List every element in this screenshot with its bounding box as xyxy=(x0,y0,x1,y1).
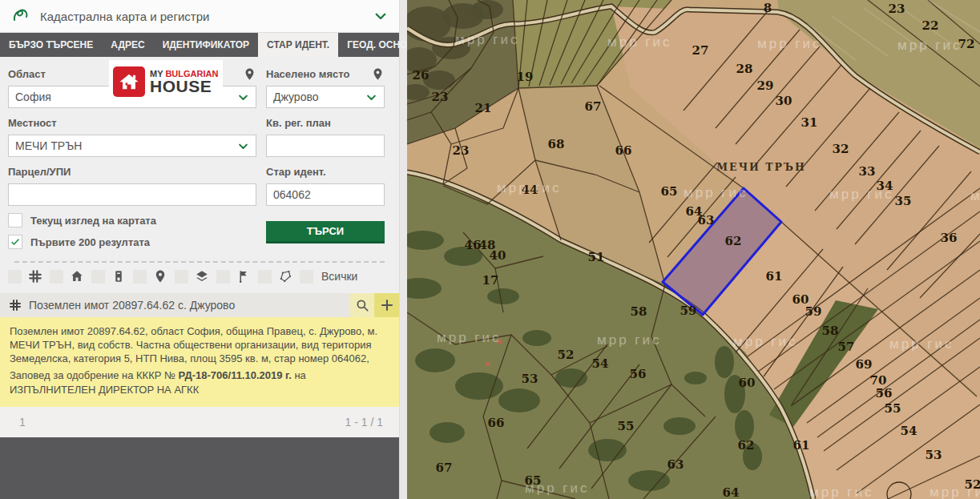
parcel-label-55: 55 xyxy=(618,419,635,433)
flag-icon[interactable] xyxy=(236,269,251,284)
building-roof xyxy=(486,362,490,366)
mestnost-select[interactable]: МЕЧИ ТРЪН xyxy=(8,135,256,157)
checkbox-checked[interactable] xyxy=(8,235,22,249)
result-row[interactable]: Поземлен имот 20897.64.62 с. Джурово xyxy=(0,293,399,317)
parcel-label-53: 53 xyxy=(522,372,538,386)
parcel-label-22: 22 xyxy=(922,18,939,33)
parcel-label-69: 69 xyxy=(856,357,873,372)
watermark-text: мрр гис xyxy=(607,34,672,50)
cadastral-map[interactable]: 2623211986768664423656463626160595946484… xyxy=(407,0,980,499)
page-range: 1 - 1 / 1 xyxy=(345,416,383,429)
layers-layer-checkbox[interactable] xyxy=(175,270,188,284)
parcel-label-68: 68 xyxy=(548,137,565,151)
parcel-label-64: 64 xyxy=(723,485,740,499)
parcel-upi-label: Парцел/УПИ xyxy=(8,166,71,178)
kvregplan-label: Кв. рег. план xyxy=(266,117,331,129)
tree-blob xyxy=(430,422,465,443)
app-logo-icon xyxy=(11,6,30,26)
parcel-label-29: 29 xyxy=(757,78,774,93)
pin-layer-checkbox[interactable] xyxy=(133,270,147,284)
parcel-label-63: 63 xyxy=(667,457,684,472)
parcel-label-58: 58 xyxy=(631,304,647,319)
oblast-label: Област xyxy=(8,68,46,80)
building-layer-checkbox[interactable] xyxy=(91,270,105,284)
result-details-line1: Поземлен имот 20897.64.62, област София,… xyxy=(10,324,389,365)
polygon-icon[interactable] xyxy=(278,269,292,284)
naseleno-location-pin-icon[interactable] xyxy=(371,67,385,81)
checkbox-row-0[interactable]: Текущ изглед на картата xyxy=(8,213,266,227)
search-button[interactable]: ТЪРСИ xyxy=(266,221,385,243)
tab-3[interactable]: СТАР ИДЕНТ. xyxy=(258,33,338,57)
parcel-label-40: 40 xyxy=(490,248,506,263)
building-icon[interactable] xyxy=(111,269,126,284)
watermark-text: мрр гис xyxy=(437,330,502,345)
watermark-text: мрр гис xyxy=(897,38,962,53)
home-icon[interactable] xyxy=(70,269,84,284)
parcel-label-31: 31 xyxy=(801,115,818,130)
parcel-label-51: 51 xyxy=(588,250,605,264)
star-ident-input[interactable] xyxy=(266,183,385,206)
chevron-down-icon xyxy=(237,140,249,152)
module-chevron-down-icon[interactable] xyxy=(373,9,388,23)
pin-icon[interactable] xyxy=(153,269,167,284)
tree-blob xyxy=(415,348,455,372)
checkbox-row-1[interactable]: Първите 200 резултата xyxy=(8,235,266,249)
parcel-label-67: 67 xyxy=(436,461,453,475)
forest-blob xyxy=(471,0,503,19)
tab-1[interactable]: АДРЕС xyxy=(102,33,153,57)
watermark-text: мрр гис xyxy=(597,332,662,348)
parcel-label-56: 56 xyxy=(876,386,893,400)
zoom-to-result-button[interactable] xyxy=(350,293,374,317)
parcel-upi-input[interactable] xyxy=(8,183,256,206)
parcel-label-57: 57 xyxy=(838,340,855,354)
parcel-label-60: 60 xyxy=(739,376,756,390)
flag-layer-checkbox[interactable] xyxy=(216,270,230,284)
grid-layer-checkbox[interactable] xyxy=(8,270,22,284)
parcel-label-21: 21 xyxy=(475,101,492,115)
naseleno-value: Джурово xyxy=(273,91,365,103)
home-layer-checkbox[interactable] xyxy=(50,270,63,284)
parcel-label-23: 23 xyxy=(453,143,470,158)
parcel-label-35: 35 xyxy=(895,194,912,208)
search-sidebar: Кадастрална карта и регистри БЪРЗО ТЪРСЕ… xyxy=(0,0,399,499)
checkbox-unchecked[interactable] xyxy=(8,213,22,227)
tab-2[interactable]: ИДЕНТИФИКАТОР xyxy=(154,33,258,57)
parcel-label-67: 67 xyxy=(585,99,602,114)
parcel-label-52: 52 xyxy=(558,348,575,362)
grid-icon[interactable] xyxy=(28,269,42,284)
watermark-text: мрр гис xyxy=(930,485,980,499)
naseleno-select[interactable]: Джурово xyxy=(266,86,385,108)
magnifier-icon xyxy=(355,298,369,312)
parcel-label-36: 36 xyxy=(941,231,958,245)
parcel-label-66: 66 xyxy=(488,416,505,430)
mestnost-label: Местност xyxy=(8,117,57,129)
parcel-label-27: 27 xyxy=(692,43,709,58)
parcel-label-32: 32 xyxy=(833,142,849,156)
parcel-label-8: 8 xyxy=(764,1,772,15)
parcel-label-58: 58 xyxy=(822,324,839,338)
polygon-layer-checkbox[interactable] xyxy=(258,270,272,284)
parcel-label-66: 66 xyxy=(615,143,632,158)
star-ident-label: Стар идент. xyxy=(266,166,326,178)
tree-blob xyxy=(735,410,754,442)
chevron-down-icon xyxy=(365,91,377,103)
tree-blob xyxy=(487,288,519,304)
parcel-label-59: 59 xyxy=(680,304,697,318)
expand-result-button[interactable] xyxy=(374,293,399,317)
all-layers-checkbox[interactable] xyxy=(300,270,313,284)
house-logo-icon xyxy=(113,66,145,97)
watermark-text: мрр гис xyxy=(733,334,798,349)
parcel-label-17: 17 xyxy=(482,273,499,288)
checkbox-label: Първите 200 резултата xyxy=(30,236,150,248)
naseleno-label: Населено място xyxy=(266,68,349,80)
page-number[interactable]: 1 xyxy=(19,416,26,429)
panel-splitter[interactable] xyxy=(399,0,407,499)
module-header: Кадастрална карта и регистри xyxy=(0,0,399,33)
map-canvas[interactable]: 2623211986768664423656463626160595946484… xyxy=(407,0,980,499)
kvregplan-input[interactable] xyxy=(266,135,385,157)
form-checkboxes: Текущ изглед на картатаПървите 200 резул… xyxy=(8,213,266,256)
tab-0[interactable]: БЪРЗО ТЪРСЕНЕ xyxy=(0,33,102,57)
oblast-location-pin-icon[interactable] xyxy=(243,67,256,81)
parcel-label-54: 54 xyxy=(592,356,609,371)
layers-icon[interactable] xyxy=(195,269,209,284)
